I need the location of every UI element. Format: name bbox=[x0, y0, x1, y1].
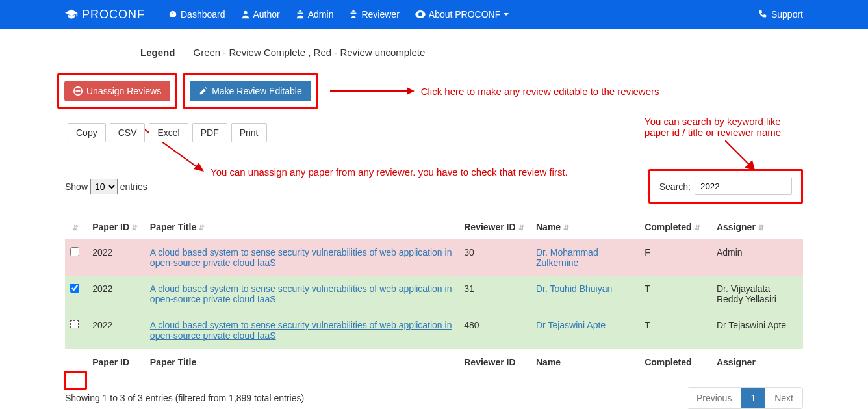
highlight-search: Search: bbox=[648, 169, 803, 204]
highlight-unassign: Unassign Reviews bbox=[57, 73, 177, 109]
nav-author[interactable]: Author bbox=[233, 9, 288, 20]
cell-assigner: Dr. Vijayalata Reddy Yellasiri bbox=[711, 276, 803, 312]
paper-title-link[interactable]: A cloud based system to sense security v… bbox=[150, 320, 452, 341]
th-check[interactable]: ⇵ bbox=[65, 215, 87, 239]
table-panel: Copy CSV Excel PDF Print You can search … bbox=[65, 118, 803, 409]
cell-assigner: Admin bbox=[711, 239, 803, 276]
tf-completed: Completed bbox=[639, 349, 711, 376]
legend-label: Legend bbox=[140, 47, 175, 58]
row-checkbox[interactable] bbox=[70, 320, 79, 328]
row-checkbox[interactable] bbox=[70, 247, 79, 256]
make-editable-button[interactable]: Make Review Editable bbox=[190, 81, 311, 101]
highlight-editable: Make Review Editable bbox=[183, 73, 318, 109]
main-container: Check the review matches with paper id a… bbox=[0, 47, 868, 409]
graduation-cap-icon bbox=[65, 9, 78, 20]
cell-assigner: Dr Tejaswini Apte bbox=[711, 312, 803, 349]
brand[interactable]: PROCONF bbox=[65, 8, 145, 21]
editable-label: Make Review Editable bbox=[212, 86, 302, 96]
table-footer-row: Showing 1 to 3 of 3 entries (filtered fr… bbox=[65, 387, 803, 409]
reviewer-name-link[interactable]: Dr Tejaswini Apte bbox=[536, 320, 606, 330]
nav-about-label: About PROCONF bbox=[429, 9, 500, 20]
nav-dashboard[interactable]: Dashboard bbox=[160, 9, 233, 20]
navbar: PROCONF Dashboard Author Admin Reviewer … bbox=[0, 0, 868, 29]
tf-reviewer-id: Reviewer ID bbox=[459, 349, 531, 376]
csv-button[interactable]: CSV bbox=[110, 123, 146, 142]
reviewer-icon bbox=[349, 10, 358, 19]
tf-paper-id: Paper ID bbox=[87, 349, 145, 376]
cell-reviewer-id: 30 bbox=[459, 239, 531, 276]
svg-line-7 bbox=[725, 140, 750, 165]
nav-author-label: Author bbox=[253, 9, 280, 20]
cell-completed: F bbox=[639, 239, 711, 276]
phone-icon bbox=[758, 10, 767, 19]
nav-admin-label: Admin bbox=[308, 9, 334, 20]
nav-about[interactable]: About PROCONF bbox=[407, 9, 517, 20]
arrow-diagonal-search-icon bbox=[725, 140, 758, 173]
cell-completed: T bbox=[639, 276, 711, 312]
pager-next[interactable]: Next bbox=[765, 388, 802, 408]
pager-page-1[interactable]: 1 bbox=[741, 388, 765, 408]
show-entries: Show 10 entries bbox=[65, 179, 147, 194]
search-input[interactable] bbox=[695, 178, 792, 195]
legend-text: Green - Review Complete , Red - Review u… bbox=[194, 47, 426, 58]
nav-support[interactable]: Support bbox=[758, 9, 803, 20]
cell-paper-id: 2022 bbox=[87, 276, 145, 312]
nav-reviewer-label: Reviewer bbox=[361, 9, 399, 20]
tf-paper-title: Paper Title bbox=[145, 349, 459, 376]
search-hint-line2: paper id / title or reviewer name bbox=[645, 127, 781, 138]
th-assigner[interactable]: Assigner⇵ bbox=[711, 215, 803, 239]
copy-button[interactable]: Copy bbox=[68, 123, 106, 142]
pager-prev[interactable]: Previous bbox=[687, 388, 741, 408]
table-body: 2022A cloud based system to sense securi… bbox=[65, 239, 803, 349]
show-label: Show bbox=[65, 181, 88, 192]
row-checkbox[interactable] bbox=[70, 284, 79, 293]
svg-marker-4 bbox=[407, 87, 415, 95]
th-paper-id[interactable]: Paper ID⇵ bbox=[87, 215, 145, 239]
admin-icon bbox=[296, 10, 305, 19]
annotation-unassign-hint: You can unassign any paper from any revi… bbox=[211, 166, 568, 178]
caret-down-icon bbox=[504, 13, 509, 16]
action-row-top: Unassign Reviews Make Review Editable Cl… bbox=[65, 73, 803, 109]
cell-completed: T bbox=[639, 312, 711, 349]
brand-text: PROCONF bbox=[82, 8, 145, 21]
legend-row: Legend Green - Review Complete , Red - R… bbox=[140, 47, 803, 58]
pdf-button[interactable]: PDF bbox=[192, 123, 227, 142]
svg-point-0 bbox=[244, 11, 247, 14]
annotation-editable-hint: Click here to make any review editable t… bbox=[421, 86, 659, 97]
tf-name: Name bbox=[531, 349, 639, 376]
dashboard-icon bbox=[168, 10, 177, 19]
paper-title-link[interactable]: A cloud based system to sense security v… bbox=[150, 247, 452, 268]
search-label: Search: bbox=[659, 181, 691, 192]
entries-select[interactable]: 10 bbox=[90, 179, 118, 194]
svg-rect-2 bbox=[76, 90, 81, 92]
nav-support-label: Support bbox=[771, 9, 803, 20]
edit-icon bbox=[199, 86, 208, 96]
excel-button[interactable]: Excel bbox=[149, 123, 188, 142]
export-row: Copy CSV Excel PDF Print bbox=[68, 123, 267, 142]
th-name[interactable]: Name⇵ bbox=[531, 215, 639, 239]
cell-paper-id: 2022 bbox=[87, 239, 145, 276]
reviews-table: ⇵ Paper ID⇵ Paper Title⇵ Reviewer ID⇵ Na… bbox=[65, 215, 803, 375]
table-row: 2022A cloud based system to sense securi… bbox=[65, 239, 803, 276]
minus-circle-icon bbox=[73, 86, 83, 96]
entries-suffix: entries bbox=[120, 181, 147, 192]
unassign-label: Unassign Reviews bbox=[86, 86, 161, 96]
th-completed[interactable]: Completed⇵ bbox=[639, 215, 711, 239]
th-reviewer-id[interactable]: Reviewer ID⇵ bbox=[459, 215, 531, 239]
unassign-reviews-button[interactable]: Unassign Reviews bbox=[64, 81, 170, 101]
table-row: 2022A cloud based system to sense securi… bbox=[65, 276, 803, 312]
reviewer-name-link[interactable]: Dr. Mohammad Zulkernine bbox=[536, 247, 598, 268]
table-head: ⇵ Paper ID⇵ Paper Title⇵ Reviewer ID⇵ Na… bbox=[65, 215, 803, 239]
table-info: Showing 1 to 3 of 3 entries (filtered fr… bbox=[65, 393, 304, 403]
nav-dashboard-label: Dashboard bbox=[181, 9, 225, 20]
nav-reviewer[interactable]: Reviewer bbox=[341, 9, 407, 20]
cell-paper-id: 2022 bbox=[87, 312, 145, 349]
reviewer-name-link[interactable]: Dr. Touhid Bhuiyan bbox=[536, 284, 612, 294]
table-row: 2022A cloud based system to sense securi… bbox=[65, 312, 803, 349]
print-button[interactable]: Print bbox=[231, 123, 267, 142]
paper-title-link[interactable]: A cloud based system to sense security v… bbox=[150, 284, 452, 304]
th-paper-title[interactable]: Paper Title⇵ bbox=[145, 215, 459, 239]
nav-admin[interactable]: Admin bbox=[288, 9, 342, 20]
cell-reviewer-id: 31 bbox=[459, 276, 531, 312]
search-wrap: Search: bbox=[659, 178, 792, 195]
